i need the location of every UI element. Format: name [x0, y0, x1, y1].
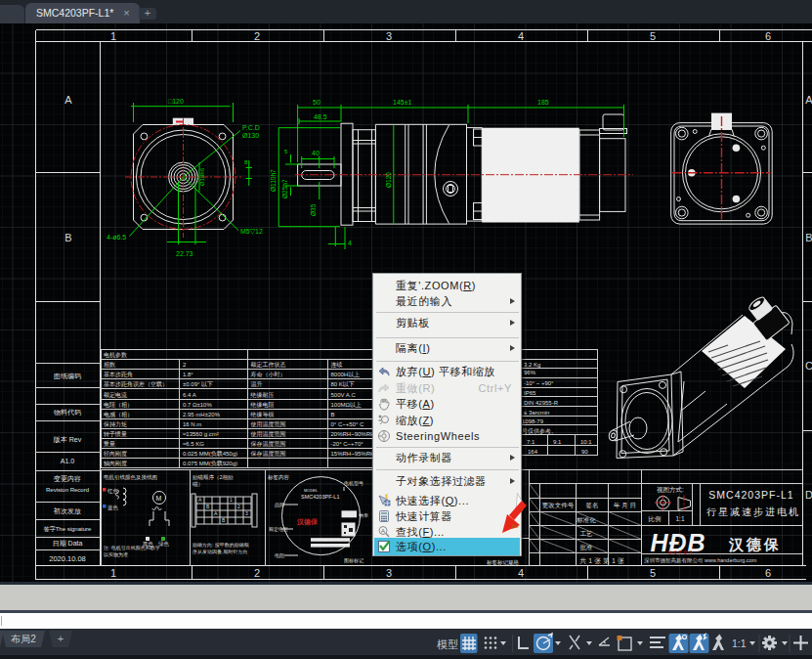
svg-text:B: B	[64, 232, 71, 243]
svg-text:□120: □120	[168, 98, 184, 105]
svg-text:164: 164	[528, 449, 538, 455]
svg-text:基本步距角: 基本步距角	[104, 371, 133, 377]
svg-text:D: D	[805, 489, 812, 501]
svg-text:轴向刚度: 轴向刚度	[104, 460, 127, 467]
svg-text:批准: 批准	[580, 544, 594, 551]
svg-text:2: 2	[237, 504, 240, 509]
svg-text:磁）: 磁）	[192, 481, 203, 487]
svg-text:号仅供参考。: 号仅供参考。	[522, 428, 557, 435]
svg-text:3: 3	[245, 510, 248, 516]
svg-text:绝缘等级: 绝缘等级	[250, 412, 275, 417]
svg-text:96%: 96%	[524, 370, 536, 375]
svg-text:绝缘耐压: 绝缘耐压	[250, 391, 275, 399]
svg-text:5: 5	[650, 567, 656, 579]
svg-text:Ø110h7: Ø110h7	[270, 169, 277, 192]
svg-text:6: 6	[765, 567, 771, 579]
svg-text:5: 5	[650, 30, 656, 42]
svg-text:A: A	[805, 94, 812, 106]
svg-text:电感（相）: 电感（相）	[104, 412, 133, 418]
svg-text:P.C.D: P.C.D	[242, 124, 260, 131]
svg-text:8000H以上: 8000H以上	[331, 372, 361, 377]
svg-text:185: 185	[537, 99, 549, 106]
svg-text:1098-79: 1098-79	[522, 418, 544, 424]
svg-text:Ø25h7: Ø25h7	[281, 179, 288, 198]
svg-text:0.075 MM(负载920g): 0.075 MM(负载920g)	[183, 461, 237, 466]
svg-text:48.5: 48.5	[314, 113, 327, 120]
svg-text:初次发放: 初次发放	[53, 507, 81, 515]
svg-text:145±1: 145±1	[393, 99, 412, 106]
svg-text:3.2 Kg: 3.2 Kg	[524, 362, 540, 368]
svg-text:15%RH~95%RH: 15%RH~95%RH	[331, 451, 375, 457]
svg-text:7:1: 7:1	[527, 439, 535, 445]
svg-text:10:1: 10:1	[580, 439, 592, 445]
svg-text:A: A	[381, 528, 386, 534]
svg-text:MODEL: MODEL	[304, 488, 319, 493]
svg-text:4: 4	[518, 30, 524, 42]
svg-text:绝缘电阻: 绝缘电阻	[250, 401, 275, 408]
svg-text:物料代码: 物料代码	[54, 409, 81, 417]
svg-text:电机型号: 电机型号	[344, 480, 363, 487]
svg-text:6.4 A: 6.4 A	[183, 392, 196, 398]
svg-text:4: 4	[348, 240, 352, 246]
svg-text:日期 Data: 日期 Data	[53, 540, 83, 548]
svg-text:0.7 Ω±10%: 0.7 Ω±10%	[183, 402, 212, 408]
svg-text:标准化: 标准化	[576, 516, 596, 524]
svg-text:基本步距角误差（空载）: 基本步距角误差（空载）	[104, 380, 168, 388]
svg-text:3: 3	[386, 30, 392, 42]
svg-text:温升: 温升	[251, 380, 263, 387]
svg-text:相数: 相数	[104, 362, 115, 369]
svg-text:使用温度范围: 使用温度范围	[251, 420, 286, 428]
svg-text:3: 3	[386, 567, 392, 579]
svg-text:Revision Record: Revision Record	[46, 487, 89, 493]
svg-text:1:1: 1:1	[675, 515, 684, 522]
svg-text:序从发动因番,顺时针方向: 序从发动因番,顺时针方向	[192, 549, 247, 555]
svg-text:Ø120: Ø120	[385, 172, 392, 188]
svg-text:IP65: IP65	[524, 390, 536, 396]
svg-text:0° C~+50° C: 0° C~+50° C	[331, 421, 364, 427]
svg-text:工艺: 工艺	[580, 530, 594, 537]
svg-text:使用温度范围: 使用温度范围	[251, 430, 286, 438]
svg-text:SMC4203PF-L1: SMC4203PF-L1	[301, 494, 339, 500]
svg-text:汉德保: 汉德保	[296, 518, 319, 526]
svg-text:电阻（相）: 电阻（相）	[104, 401, 133, 409]
svg-text:标签内容: 标签内容	[267, 474, 290, 481]
svg-text:500V A.C: 500V A.C	[331, 392, 357, 398]
svg-text:图纸编码: 图纸编码	[54, 373, 81, 380]
svg-text:签名: 签名	[586, 502, 599, 509]
svg-text:6: 6	[765, 30, 771, 42]
svg-text:MOTOR: MOTOR	[668, 550, 695, 555]
svg-text:100MΩ以上: 100MΩ以上	[331, 402, 363, 408]
svg-text:-20° C~+70°: -20° C~+70°	[331, 441, 364, 447]
svg-text:22.73: 22.73	[176, 250, 193, 257]
svg-text:2: 2	[254, 30, 260, 42]
svg-text:标签标记规格: 标签标记规格	[486, 559, 520, 566]
svg-text:保持力矩: 保持力矩	[104, 421, 127, 428]
svg-text:径向刚度: 径向刚度	[104, 450, 127, 458]
svg-text:重量: 重量	[103, 440, 115, 447]
svg-text:励磁顺序（2相励: 励磁顺序（2相励	[192, 474, 234, 481]
svg-text:1: 1	[110, 30, 116, 42]
svg-text:B: B	[331, 412, 335, 417]
svg-text:变更内容: 变更内容	[53, 475, 81, 483]
svg-text:版本 Rev: 版本 Rev	[53, 436, 82, 444]
svg-text:额定电流: 额定电流	[104, 391, 127, 399]
svg-text:图标标记: 图标标记	[344, 557, 363, 564]
svg-text:SMC4203PF-L1: SMC4203PF-L1	[708, 489, 793, 501]
svg-text:转子惯量: 转子惯量	[104, 430, 127, 438]
svg-text:Ø130: Ø130	[242, 132, 259, 139]
svg-text:2: 2	[254, 567, 260, 579]
svg-text:1:1: 1:1	[732, 637, 747, 649]
svg-text:A: A	[64, 94, 72, 106]
svg-text:≤ 3arcmin: ≤ 3arcmin	[524, 410, 549, 416]
svg-text:视图方式:: 视图方式:	[657, 486, 684, 494]
svg-text:2.95 mH±20%: 2.95 mH±20%	[183, 412, 221, 417]
svg-text:9:1: 9:1	[553, 439, 562, 445]
svg-text:0.025 MM(负载450g): 0.025 MM(负载450g)	[183, 451, 237, 457]
svg-text:注: 电机引出线颜色和数字: 注: 电机引出线颜色和数字	[104, 545, 160, 551]
svg-text:1: 1	[110, 567, 116, 579]
svg-text:更改文件号: 更改文件号	[542, 502, 575, 509]
svg-text:1: 1	[230, 497, 233, 503]
svg-text:Ø19h6: Ø19h6	[199, 167, 205, 186]
svg-text:4-ø6.5: 4-ø6.5	[107, 234, 126, 241]
svg-text:≈13560 g.cm²: ≈13560 g.cm²	[183, 431, 219, 437]
